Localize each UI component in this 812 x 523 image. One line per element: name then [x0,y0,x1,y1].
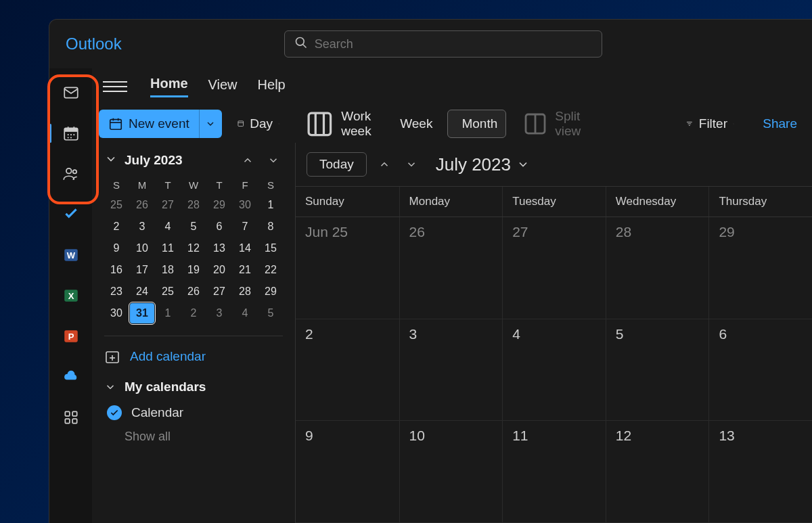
mini-day[interactable]: 24 [130,281,154,302]
next-period[interactable] [402,155,421,174]
mini-day[interactable]: 30 [104,303,129,323]
tab-help[interactable]: Help [258,77,286,97]
mini-day[interactable]: 23 [104,281,129,302]
search-box[interactable] [284,30,602,58]
day-cell[interactable]: 5 [606,319,709,422]
new-event-split: New event [99,110,222,138]
mini-day[interactable]: 1 [156,303,180,323]
people-icon[interactable] [55,158,87,190]
onedrive-icon[interactable] [55,361,87,393]
svg-rect-23 [72,419,77,424]
day-cell[interactable]: 3 [399,319,503,422]
calendar-icon[interactable] [55,117,87,150]
mini-day[interactable]: 7 [233,217,257,237]
mini-day[interactable]: 20 [207,260,231,280]
month-view-button[interactable]: Month [447,110,506,138]
powerpoint-icon[interactable]: P [55,320,87,353]
mini-day[interactable]: 31 [130,303,154,323]
mini-day[interactable]: 22 [258,260,283,280]
mini-day[interactable]: 21 [233,260,257,280]
today-button[interactable]: Today [307,152,367,177]
mini-day[interactable]: 2 [104,217,129,237]
filter-button[interactable]: Filter [677,110,742,138]
mini-day[interactable]: 15 [258,238,283,258]
search-input[interactable] [315,37,592,51]
prev-period[interactable] [375,155,394,174]
mini-day[interactable]: 27 [207,281,231,302]
day-cell[interactable]: 4 [502,319,606,422]
mini-day[interactable]: 8 [258,217,283,237]
mail-icon[interactable] [55,76,87,109]
day-cell[interactable]: 12 [606,421,709,523]
mini-day[interactable]: 27 [156,195,180,215]
mini-day[interactable]: 29 [258,281,283,302]
day-cell[interactable]: 10 [399,421,503,523]
share-button[interactable]: Share [749,110,805,138]
mini-day[interactable]: 10 [130,238,154,258]
month-picker[interactable]: July 2023 [436,154,530,175]
day-cell[interactable]: 27 [502,217,606,319]
day-cell[interactable]: 9 [296,421,399,523]
mini-day[interactable]: 17 [130,260,154,280]
svg-text:W: W [66,250,75,260]
todo-icon[interactable] [55,198,87,231]
mini-day[interactable]: 2 [181,303,206,323]
day-cell[interactable]: 28 [606,217,709,319]
day-cell[interactable]: 2 [296,319,399,422]
tab-view[interactable]: View [208,77,238,97]
hamburger-icon[interactable] [103,81,127,92]
mini-dow: W [181,177,206,194]
mini-day[interactable]: 26 [181,281,206,302]
svg-rect-24 [110,120,122,130]
new-event-button[interactable]: New event [99,110,199,138]
word-icon[interactable]: W [55,239,87,271]
week-view-button[interactable]: Week [386,110,441,138]
calendar-item[interactable]: Calendar [107,405,283,420]
weekday-col: Tuesday [502,187,606,217]
day-cell[interactable]: 29 [708,217,812,319]
mini-day[interactable]: 4 [156,217,180,237]
mini-day[interactable]: 14 [233,238,257,258]
mini-day[interactable]: 18 [156,260,180,280]
mini-prev[interactable] [238,151,257,170]
show-all-link[interactable]: Show all [125,430,283,444]
day-cell[interactable]: 13 [708,421,812,523]
mini-day[interactable]: 9 [104,238,129,258]
mini-day[interactable]: 26 [130,195,154,215]
mini-day[interactable]: 11 [156,238,180,258]
mini-day[interactable]: 28 [233,281,257,302]
new-event-dropdown[interactable] [199,110,222,138]
mini-day[interactable]: 28 [181,195,206,215]
svg-rect-21 [72,411,77,416]
mini-day[interactable]: 1 [258,195,283,215]
workweek-view-button[interactable]: Work week [295,110,380,138]
mini-day[interactable]: 6 [207,217,231,237]
day-cell[interactable]: 11 [502,421,606,523]
mini-day[interactable]: 3 [207,303,231,323]
mini-next[interactable] [264,151,283,170]
mini-day[interactable]: 29 [207,195,231,215]
mini-day[interactable]: 25 [156,281,180,302]
mini-day[interactable]: 3 [130,217,154,237]
mini-day[interactable]: 5 [181,217,206,237]
my-calendars-group[interactable]: My calendars [104,380,283,394]
day-cell[interactable]: Jun 25 [296,217,399,319]
mini-day[interactable]: 4 [233,303,257,323]
mini-day[interactable]: 30 [233,195,257,215]
add-calendar-button[interactable]: Add calendar [104,348,283,365]
tab-home[interactable]: Home [150,76,188,97]
apps-icon[interactable] [55,401,87,434]
svg-point-11 [70,137,71,138]
day-view-button[interactable]: Day [229,110,288,138]
mini-toggle[interactable] [104,152,118,168]
mini-day[interactable]: 25 [104,195,129,215]
mini-day[interactable]: 13 [207,238,231,258]
mini-day[interactable]: 5 [258,303,283,323]
day-cell[interactable]: 6 [708,319,812,422]
mini-day[interactable]: 16 [104,260,129,280]
mini-day[interactable]: 19 [181,260,206,280]
weekday-col: Thursday [708,187,812,217]
day-cell[interactable]: 26 [399,217,503,319]
excel-icon[interactable]: X [55,279,87,312]
mini-day[interactable]: 12 [181,238,206,258]
